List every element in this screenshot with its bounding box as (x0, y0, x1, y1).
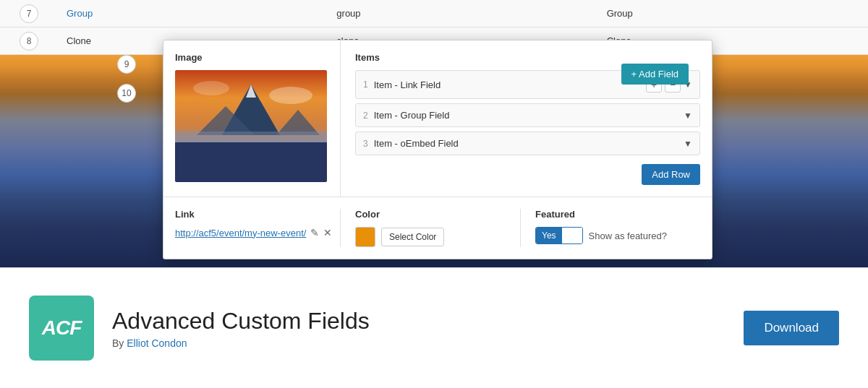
add-row-button[interactable]: Add Row (642, 164, 700, 185)
item-arrow-icon: ▼ (684, 139, 692, 149)
toggle-yes-option[interactable]: Yes (536, 228, 562, 243)
download-button[interactable]: Download (744, 311, 839, 345)
close-icon[interactable]: ✕ (323, 227, 332, 238)
card-modal: Image (163, 40, 712, 259)
item-num: 1 (363, 79, 368, 90)
color-row: Select Color (355, 227, 520, 247)
mountain-svg (175, 70, 327, 182)
svg-rect-6 (175, 142, 327, 182)
row-number: 8 (0, 32, 58, 51)
item-label: Item - oEmbed Field (374, 138, 684, 149)
items-label: Items (355, 52, 700, 63)
color-swatch[interactable] (355, 227, 375, 247)
item-controls: ▼ (684, 111, 692, 121)
featured-label: Featured (535, 209, 700, 220)
add-field-button[interactable]: + Add Field (621, 64, 689, 85)
row-num-circle: 7 (20, 4, 38, 23)
row-9-indicator: 9 (98, 55, 156, 74)
item-label: Item - Link Field (374, 79, 646, 90)
link-section: Link http://acf5/event/my-new-event/ ✎ ✕ (175, 209, 340, 247)
row-col1: Group (58, 8, 328, 19)
color-section: Color Select Color (340, 209, 520, 247)
link-value[interactable]: http://acf5/event/my-new-event/ (175, 228, 306, 238)
items-header: Items + Add Field (355, 52, 700, 63)
featured-section: Featured Yes Show as featured? (520, 209, 700, 247)
image-preview-inner (175, 70, 327, 182)
row-col3: Group (598, 8, 868, 19)
brand-info: Advanced Custom Fields By Elliot Condon (112, 308, 744, 349)
row-10-indicator: 10 (98, 84, 156, 103)
toggle-container: Yes Show as featured? (535, 227, 700, 244)
item-controls: ▼ (684, 139, 692, 149)
brand-author[interactable]: Elliot Condon (127, 337, 187, 349)
image-label: Image (175, 52, 328, 63)
brand-by: By Elliot Condon (112, 337, 744, 349)
bottom-branding: ACF Advanced Custom Fields By Elliot Con… (0, 267, 868, 388)
item-arrow-icon: ▼ (684, 111, 692, 121)
row-num-9: 9 (117, 55, 136, 74)
row-num-10: 10 (117, 84, 136, 103)
color-label: Color (355, 209, 520, 220)
svg-point-8 (193, 81, 229, 95)
row-col2: group (328, 8, 597, 19)
item-label: Item - Group Field (374, 110, 684, 121)
select-color-button[interactable]: Select Color (381, 228, 444, 246)
card-image-section: Image (163, 40, 341, 197)
featured-toggle[interactable]: Yes (535, 227, 583, 244)
item-num: 2 (363, 111, 368, 121)
link-label: Link (175, 209, 340, 220)
svg-point-7 (269, 87, 312, 104)
acf-logo-text: ACF (42, 316, 82, 340)
edit-icon[interactable]: ✎ (310, 227, 319, 238)
row-num-circle: 8 (20, 32, 38, 51)
acf-logo: ACF (29, 296, 94, 361)
card-bottom: Link http://acf5/event/my-new-event/ ✎ ✕… (163, 197, 712, 259)
brand-title: Advanced Custom Fields (112, 308, 744, 335)
list-item: 2 Item - Group Field ▼ (355, 103, 700, 127)
item-num: 3 (363, 139, 368, 149)
toggle-no-option[interactable] (562, 228, 582, 243)
by-label: By (112, 337, 124, 349)
link-controls: http://acf5/event/my-new-event/ ✎ ✕ (175, 227, 340, 238)
list-item: 3 Item - oEmbed Field ▼ (355, 132, 700, 155)
row-number: 7 (0, 4, 58, 23)
card-items-section: Items + Add Field 1 Item - Link Field + … (341, 40, 712, 197)
image-preview[interactable] (175, 70, 327, 182)
table-row: 7 Group group Group (0, 0, 868, 27)
featured-show-label: Show as featured? (589, 230, 667, 241)
